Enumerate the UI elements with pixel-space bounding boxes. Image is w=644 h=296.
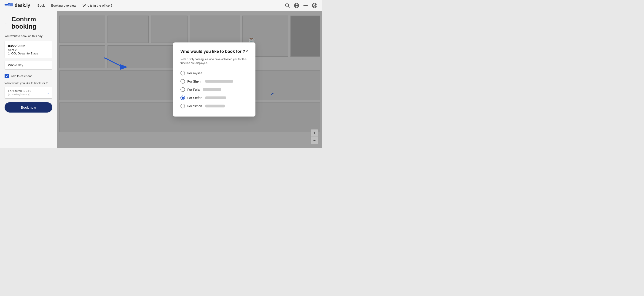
logo-icon: [4, 3, 13, 8]
svg-line-5: [288, 6, 290, 8]
booking-seat: Seat 28: [8, 48, 49, 52]
radio-label-sherin: For Sherin: [187, 80, 202, 83]
svg-rect-0: [4, 4, 8, 6]
radio-label-stefan: For Stefan: [187, 96, 202, 100]
booking-date: 03/22/2022: [8, 44, 49, 48]
booking-floor: 1. OG, Gesamte Etage: [8, 52, 49, 55]
radio-option-simon[interactable]: For Simon: [180, 102, 248, 110]
radio-option-sherin[interactable]: For Sherin: [180, 77, 248, 86]
nav-right: [284, 3, 318, 8]
map-area: 🚶 🚶 ☕ 🔌 ↗ + − Who would you like to b: [57, 11, 322, 148]
book-for-arrow: ↓: [47, 91, 49, 94]
back-button[interactable]: ←: [4, 20, 9, 26]
main-content: ← Confirm booking You want to book on th…: [0, 11, 322, 148]
book-for-dropdown[interactable]: For Stefan mueller (s.mueller@desk.ly) ↓: [4, 87, 52, 98]
modal-close-button[interactable]: ×: [246, 49, 248, 53]
nav-who-in-office[interactable]: Who is in the office ?: [82, 4, 112, 7]
booking-modal: Who would you like to book for ? × Note …: [173, 42, 256, 117]
radio-option-myself[interactable]: For myself: [180, 69, 248, 77]
calendar-check: ✓ Add to calendar: [4, 74, 52, 78]
radio-circle-simon: [180, 104, 185, 108]
radio-circle-sherin: [180, 79, 185, 84]
user-avatar[interactable]: [312, 3, 318, 8]
time-select-dropdown[interactable]: Whole day ↓: [4, 61, 52, 70]
booking-date-box: 03/22/2022 Seat 28 1. OG, Gesamte Etage: [4, 41, 52, 58]
book-for-value: For Stefan mueller (s.mueller@desk.ly): [8, 89, 47, 96]
menu-icon[interactable]: [303, 3, 308, 8]
globe-icon[interactable]: [294, 3, 299, 8]
svg-point-13: [314, 4, 316, 6]
page-header: ← Confirm booking: [4, 16, 52, 30]
radio-circle-felix: [180, 88, 185, 92]
stefan-blur: [205, 96, 226, 99]
radio-circle-myself: [180, 71, 185, 76]
modal-note: Note : Only colleagues who have activate…: [180, 57, 248, 65]
time-dropdown-arrow: ↓: [47, 63, 49, 67]
modal-header: Who would you like to book for ? ×: [180, 49, 248, 54]
book-now-button[interactable]: Book now: [4, 102, 52, 112]
radio-option-felix[interactable]: For Felix: [180, 86, 248, 94]
nav-booking-overview[interactable]: Booking overview: [51, 4, 76, 7]
felix-blur: [203, 88, 221, 91]
blue-arrow: [102, 56, 127, 72]
modal-title: Who would you like to book for ?: [180, 49, 245, 54]
search-icon[interactable]: [284, 3, 290, 8]
navbar: desk.ly Book Booking overview Who is in …: [0, 0, 322, 11]
svg-rect-3: [10, 3, 13, 6]
svg-rect-2: [8, 5, 10, 6]
radio-circle-stefan: [180, 96, 185, 100]
subtitle: You want to book on this day: [4, 34, 52, 38]
nav-book[interactable]: Book: [38, 4, 45, 7]
radio-label-simon: For Simon: [187, 104, 202, 108]
page-title: Confirm booking: [12, 16, 52, 30]
simon-blur: [205, 105, 225, 108]
svg-point-4: [286, 4, 288, 7]
left-panel: ← Confirm booking You want to book on th…: [0, 11, 57, 148]
radio-option-stefan[interactable]: For Stefan: [180, 94, 248, 102]
calendar-checkbox[interactable]: ✓: [4, 74, 9, 78]
who-book-label: Who would you like to book for ?: [4, 82, 52, 85]
logo-text: desk.ly: [15, 3, 30, 8]
radio-label-myself: For myself: [187, 71, 202, 75]
time-select-label: Whole day: [8, 63, 23, 67]
calendar-label: Add to calendar: [11, 74, 32, 78]
svg-rect-1: [8, 3, 10, 4]
logo[interactable]: desk.ly: [4, 3, 30, 8]
radio-label-felix: For Felix: [187, 88, 200, 92]
sherin-blur: [205, 80, 233, 83]
nav-links: Book Booking overview Who is in the offi…: [38, 4, 277, 7]
